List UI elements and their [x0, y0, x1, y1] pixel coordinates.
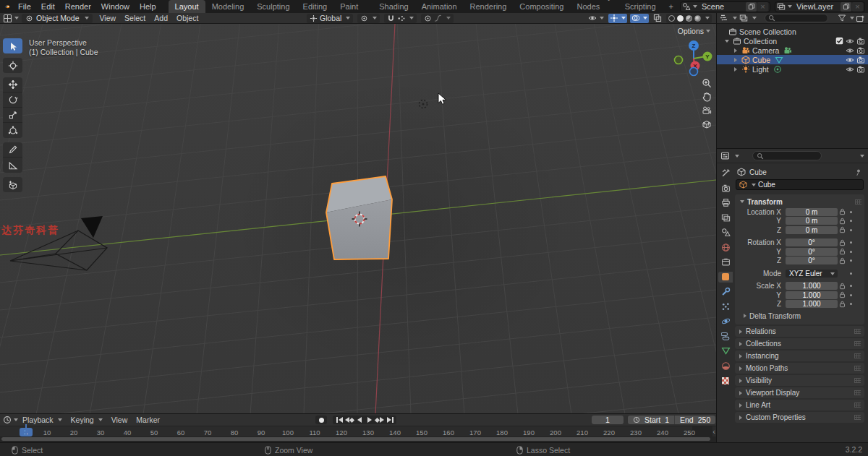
workspace-tab[interactable]: Scripting: [618, 0, 663, 13]
tool-transform[interactable]: [3, 123, 22, 138]
tab-texture[interactable]: [718, 375, 733, 386]
workspace-tab[interactable]: Sculpting: [250, 0, 296, 13]
options-dropdown[interactable]: Options: [678, 27, 710, 35]
properties-search[interactable]: [752, 151, 822, 160]
outliner-row-scene-collection[interactable]: Scene Collection: [717, 27, 868, 36]
disable-render-icon[interactable]: [856, 46, 865, 55]
breadcrumb-label[interactable]: Cube: [749, 168, 767, 176]
rotation-x-field[interactable]: 0°: [786, 238, 838, 246]
shading-wireframe-button[interactable]: [668, 15, 675, 22]
gizmo-y-neg-axis[interactable]: [675, 56, 683, 64]
scene-icon[interactable]: [682, 2, 691, 11]
filter-icon[interactable]: [838, 14, 846, 22]
disable-render-icon[interactable]: [856, 65, 865, 74]
tool-add-cube[interactable]: [3, 177, 22, 192]
jump-to-start-button[interactable]: [334, 416, 344, 424]
chevron-down-icon[interactable]: [446, 17, 451, 20]
drag-handle-icon[interactable]: [855, 199, 861, 205]
tab-particles[interactable]: [718, 301, 733, 312]
chevron-down-icon[interactable]: [860, 155, 864, 158]
chevron-down-icon[interactable]: [705, 17, 710, 20]
viewport-canvas[interactable]: User Perspective (1) Collection | Cube 达…: [0, 24, 716, 413]
next-keyframe-button[interactable]: [375, 416, 385, 424]
object-type-visibility-button[interactable]: [587, 14, 605, 23]
outliner-row-collection[interactable]: Collection: [717, 36, 868, 46]
new-scene-button[interactable]: [746, 2, 757, 12]
viewlayer-icon[interactable]: [777, 2, 786, 11]
play-reverse-button[interactable]: [354, 416, 365, 424]
chevron-down-icon[interactable]: [735, 155, 739, 158]
light-object[interactable]: [420, 100, 427, 108]
collapsed-section[interactable]: Instancing: [735, 350, 864, 361]
lock-icon[interactable]: [839, 208, 846, 215]
timeline-menu-item[interactable]: Marker: [132, 414, 164, 426]
tab-object[interactable]: [718, 272, 733, 283]
shading-solid-button[interactable]: [677, 15, 684, 22]
object-name-field[interactable]: Cube: [736, 179, 864, 190]
viewport-menu-item[interactable]: View: [95, 13, 121, 24]
mode-selector[interactable]: Object Mode: [22, 14, 93, 23]
tab-collection[interactable]: [718, 257, 733, 267]
lock-icon[interactable]: [839, 301, 846, 308]
workspace-tab[interactable]: UV Editing: [297, 0, 334, 13]
navigation-gizmo[interactable]: Z Y X: [669, 38, 714, 83]
lock-icon[interactable]: [839, 239, 846, 246]
animate-dot-icon[interactable]: [850, 211, 852, 213]
pivot-point-selector[interactable]: [357, 14, 380, 23]
viewport-menu-item[interactable]: Object: [172, 13, 203, 24]
tool-move[interactable]: [3, 77, 22, 93]
display-mode-icon[interactable]: [739, 14, 748, 22]
tool-rotate[interactable]: [3, 93, 22, 108]
previous-keyframe-button[interactable]: [344, 416, 354, 424]
chevron-down-icon[interactable]: [409, 17, 414, 20]
topbar-menu-item[interactable]: Edit: [36, 0, 60, 13]
workspace-tab[interactable]: Rendering: [464, 0, 514, 13]
toggle-xray-button[interactable]: [652, 14, 663, 23]
auto-keying-button[interactable]: [315, 416, 327, 424]
collapsed-section[interactable]: Custom Properties: [735, 412, 864, 423]
viewport-menu-item[interactable]: Add: [150, 13, 172, 24]
proportional-edit-icon[interactable]: [424, 14, 432, 22]
collapsed-section[interactable]: Relations: [735, 326, 864, 337]
chevron-down-icon[interactable]: [14, 17, 19, 20]
editor-type-icon[interactable]: [3, 416, 12, 424]
end-frame-field[interactable]: End 250: [674, 416, 715, 424]
editor-type-icon[interactable]: [720, 151, 730, 160]
collapse-arrow-icon[interactable]: ‹: [712, 427, 715, 436]
lock-icon[interactable]: [839, 248, 846, 255]
animate-dot-icon[interactable]: [850, 259, 852, 262]
current-frame-field[interactable]: 1: [592, 416, 624, 424]
outliner-row-camera[interactable]: Camera: [717, 46, 868, 55]
lock-icon[interactable]: [839, 218, 846, 225]
timeline-menu-item[interactable]: View: [107, 414, 132, 426]
timeline-menu-item[interactable]: Keying: [67, 414, 107, 426]
hide-eye-icon[interactable]: [846, 46, 854, 55]
topbar-menu-item[interactable]: Help: [135, 0, 161, 13]
zoom-view-button[interactable]: [700, 77, 712, 88]
tab-world[interactable]: [718, 242, 733, 253]
pin-icon[interactable]: [854, 168, 862, 176]
animate-dot-icon[interactable]: [850, 303, 852, 305]
delete-scene-button[interactable]: ×: [757, 2, 768, 12]
tab-scene[interactable]: [718, 227, 733, 238]
workspace-tab[interactable]: +: [663, 0, 680, 13]
disable-render-icon[interactable]: [856, 56, 865, 64]
location-x-field[interactable]: 0 m: [786, 208, 838, 216]
tab-object-data[interactable]: [718, 345, 733, 356]
editor-type-icon[interactable]: [3, 14, 12, 23]
workspace-tab[interactable]: Compositing: [513, 0, 570, 13]
chevron-down-icon[interactable]: [850, 17, 854, 20]
animate-dot-icon[interactable]: [850, 272, 852, 275]
cube-object[interactable]: [326, 176, 392, 259]
tab-render[interactable]: [718, 183, 733, 194]
shading-rendered-button[interactable]: [694, 15, 701, 22]
tool-select-box[interactable]: [3, 38, 22, 53]
pan-view-button[interactable]: [700, 91, 712, 102]
animate-dot-icon[interactable]: [850, 251, 852, 253]
camera-view-button[interactable]: [700, 105, 712, 116]
checkbox-icon[interactable]: [835, 37, 843, 45]
new-viewlayer-button[interactable]: [841, 2, 851, 12]
play-button[interactable]: [365, 416, 375, 424]
collapsed-section[interactable]: Collections: [735, 338, 864, 349]
tab-material[interactable]: [718, 361, 733, 371]
